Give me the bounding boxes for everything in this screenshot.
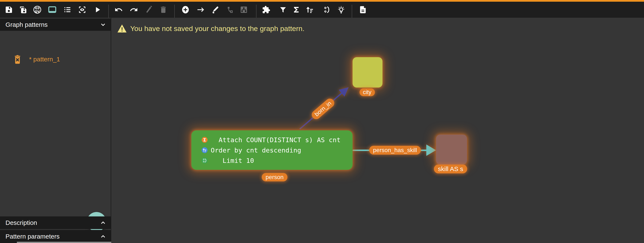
svg-text:QV: QV [35, 10, 40, 13]
save-all-button[interactable] [17, 3, 30, 16]
focus-preview-button[interactable] [76, 3, 89, 16]
graph-patterns-title: Graph patterns [6, 21, 48, 28]
unsaved-warning-text: You have not saved your changes to the g… [130, 25, 304, 33]
document-button[interactable] [356, 3, 370, 16]
edit-button[interactable] [142, 3, 155, 16]
delete-pattern-icon[interactable] [14, 54, 22, 64]
delete-icon [159, 6, 168, 14]
run-icon [93, 6, 102, 14]
screen-view-button[interactable] [46, 3, 59, 16]
node-label-skill[interactable]: skill AS s [434, 164, 467, 173]
sort-icon [306, 6, 314, 14]
unsaved-warning: You have not saved your changes to the g… [117, 24, 304, 33]
ink-pen-icon [211, 6, 219, 14]
add-node-icon [181, 5, 190, 14]
gv-logo-icon: GSQV [33, 5, 42, 14]
node-label-city[interactable]: city [360, 88, 375, 96]
warning-icon [117, 24, 127, 33]
main-toolbar: GSQV [0, 2, 644, 18]
edge-label-text: born_in [313, 100, 333, 118]
sidebar-item-pattern-1[interactable]: * pattern_1 [0, 52, 111, 66]
left-sidebar: Graph patterns * pattern_1 Description P… [0, 18, 111, 243]
node-rule-text: Order by cnt descending [211, 146, 301, 154]
delete-button[interactable] [157, 3, 170, 16]
node-person[interactable]: Attach COUNT(DISTINCT s) AS cnt Order by… [191, 130, 352, 170]
aggregate-sigma-icon [292, 6, 300, 14]
toolbar-divider [256, 5, 256, 18]
screen-view-icon [48, 5, 57, 14]
add-node-button[interactable] [179, 3, 192, 16]
node-rule-row: Attach COUNT(DISTINCT s) AS cnt [202, 136, 352, 144]
node-city[interactable] [352, 57, 382, 88]
aggregate-sigma-badge-icon [202, 137, 208, 143]
ink-pen-button[interactable] [209, 3, 222, 16]
run-button[interactable] [91, 3, 104, 16]
sort-badge-icon [202, 147, 208, 153]
chevron-down-icon [100, 22, 106, 28]
add-edge-icon [196, 6, 205, 14]
description-header[interactable]: Description [0, 216, 111, 229]
list-view-button[interactable] [61, 3, 74, 16]
node-rule-row: Order by cnt descending [202, 146, 352, 154]
graph-canvas[interactable]: You have not saved your changes to the g… [112, 18, 644, 243]
graph-patterns-header[interactable]: Graph patterns [0, 19, 111, 31]
bezier-edge-icon [225, 6, 234, 14]
redo-icon [130, 6, 138, 14]
edit-icon [144, 6, 153, 14]
sort-button[interactable] [303, 3, 316, 16]
bezier-edge-button[interactable] [223, 3, 236, 16]
limit-transform-icon [322, 6, 331, 14]
node-rule-text: Limit 10 [211, 157, 254, 164]
toolbar-divider [108, 5, 109, 18]
aggregate-sigma-button[interactable] [290, 3, 303, 16]
redo-button[interactable] [127, 3, 140, 16]
node-label-text: skill AS s [438, 165, 463, 172]
add-edge-button[interactable] [194, 3, 207, 16]
gv-logo-button[interactable]: GSQV [31, 3, 44, 16]
pattern-parameters-header[interactable]: Pattern parameters [0, 230, 111, 243]
node-label-text: city [363, 89, 372, 96]
save-button[interactable] [2, 3, 16, 16]
save-icon [5, 6, 13, 14]
undo-icon [114, 6, 123, 14]
node-label-person[interactable]: person [262, 173, 288, 181]
edge-label-text: person_has_skill [373, 147, 417, 154]
edge-arrowhead [426, 144, 436, 156]
node-label-text: person [266, 174, 284, 181]
svg-text:GS: GS [35, 7, 40, 10]
limit-badge-icon [202, 157, 208, 164]
edge-label-person-has-skill[interactable]: person_has_skill [369, 146, 421, 155]
panel-resize-strip[interactable] [17, 242, 111, 243]
plugin-puzzle-icon [262, 6, 270, 14]
edge-label-born-in[interactable]: born_in [310, 97, 336, 121]
focus-preview-icon [78, 6, 86, 14]
node-skill[interactable] [436, 135, 467, 164]
filter-button[interactable] [276, 3, 290, 16]
layout-tree-button[interactable] [237, 3, 250, 16]
undo-button[interactable] [112, 3, 125, 16]
chevron-up-icon [100, 220, 106, 225]
filter-icon [279, 6, 287, 14]
top-accent-bar [0, 0, 644, 2]
idea-bulb-icon [337, 6, 346, 14]
save-all-icon [19, 6, 28, 14]
toolbar-divider [352, 5, 352, 18]
plugin-puzzle-button[interactable] [260, 3, 273, 16]
node-rule-row: Limit 10 [202, 156, 352, 165]
toolbar-divider [174, 5, 175, 18]
idea-bulb-button[interactable] [335, 3, 348, 16]
description-title: Description [6, 219, 37, 226]
pattern-item-label: * pattern_1 [29, 56, 60, 63]
chevron-up-icon [100, 234, 106, 239]
node-rule-text: Attach COUNT(DISTINCT s) AS cnt [211, 136, 340, 144]
pattern-parameters-title: Pattern parameters [6, 233, 60, 240]
limit-transform-button[interactable] [320, 3, 333, 16]
layout-tree-icon [240, 6, 248, 14]
list-view-icon [63, 6, 72, 14]
document-icon [359, 6, 367, 14]
